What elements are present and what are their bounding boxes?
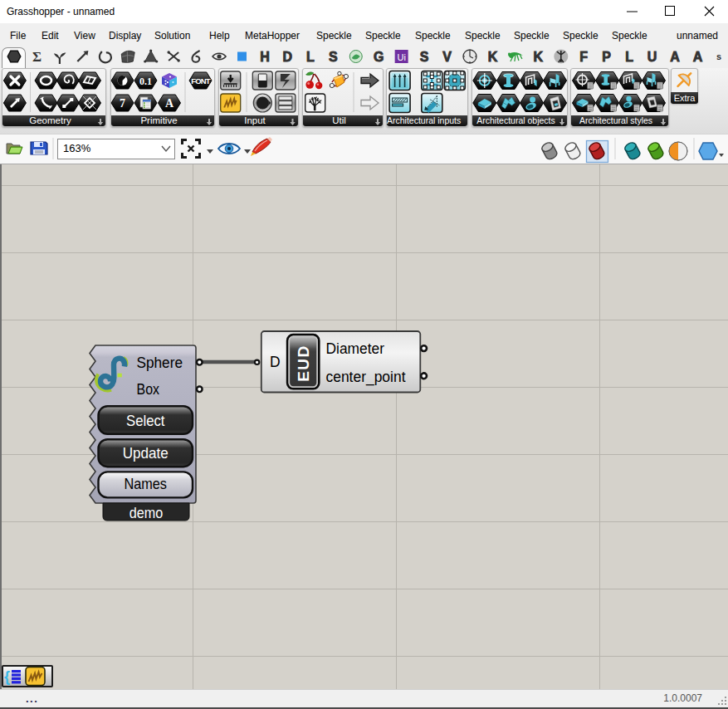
svg-text:A: A bbox=[670, 50, 680, 64]
svg-text:s: s bbox=[716, 51, 721, 61]
svg-text:Σ: Σ bbox=[32, 49, 42, 65]
svg-text:U: U bbox=[647, 50, 657, 64]
svg-text:0.1: 0.1 bbox=[139, 76, 152, 87]
svg-text:A: A bbox=[693, 50, 703, 64]
svg-text:A: A bbox=[165, 97, 174, 110]
svg-text:Ui: Ui bbox=[397, 52, 405, 62]
svg-text:K: K bbox=[534, 50, 544, 64]
svg-text:Diameter: Diameter bbox=[326, 340, 385, 357]
svg-text:S: S bbox=[420, 50, 429, 64]
svg-text:H: H bbox=[260, 50, 270, 64]
svg-text:V: V bbox=[442, 50, 452, 64]
svg-text:K: K bbox=[488, 50, 498, 64]
svg-text:Names: Names bbox=[125, 475, 168, 492]
svg-text:center_point: center_point bbox=[326, 369, 406, 386]
svg-text:7: 7 bbox=[120, 97, 125, 110]
svg-text:P: P bbox=[602, 50, 611, 64]
svg-text:D: D bbox=[283, 50, 293, 64]
svg-text:L: L bbox=[625, 50, 633, 64]
svg-text:Select: Select bbox=[126, 412, 165, 429]
svg-text:Sphere: Sphere bbox=[137, 354, 183, 371]
svg-text:D: D bbox=[270, 354, 281, 370]
svg-text:G: G bbox=[374, 50, 384, 64]
svg-text:FONT: FONT bbox=[191, 76, 211, 86]
svg-text:L: L bbox=[306, 50, 315, 64]
svg-text:EUD: EUD bbox=[295, 345, 312, 382]
svg-text:{: { bbox=[4, 668, 10, 685]
svg-text:Box: Box bbox=[137, 381, 160, 398]
svg-text:F: F bbox=[579, 50, 588, 64]
svg-text:S: S bbox=[329, 50, 338, 64]
svg-text:Update: Update bbox=[123, 444, 169, 462]
svg-text:demo: demo bbox=[129, 505, 164, 521]
